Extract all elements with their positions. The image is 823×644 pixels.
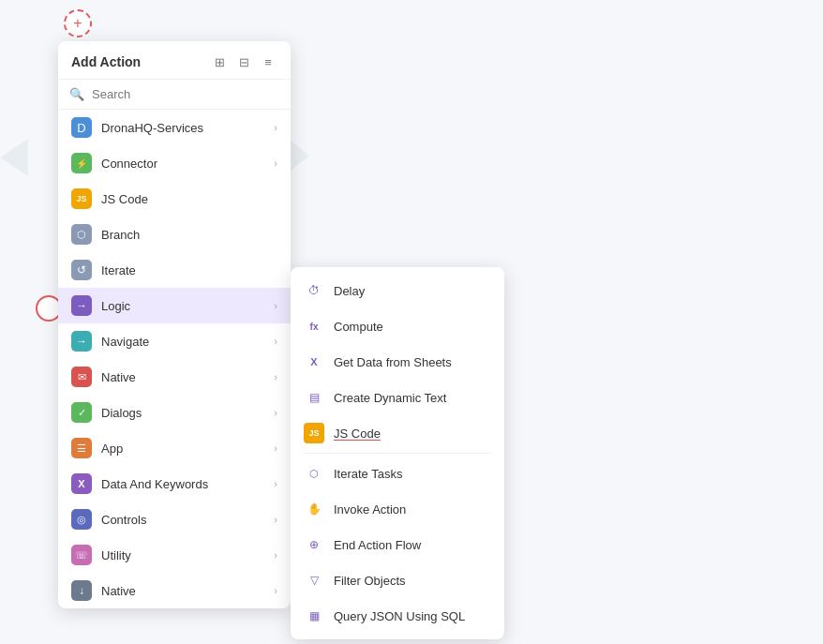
- dronhq-services-icon: D: [71, 117, 92, 138]
- dialogs-icon: ✓: [71, 402, 92, 423]
- sub-item-label: Iterate Tasks: [334, 467, 402, 481]
- sub-item-label: Create Dynamic Text: [334, 391, 446, 405]
- menu-item-iterate[interactable]: ↺ Iterate: [58, 252, 291, 288]
- menu-item-native-2[interactable]: ↓ Native ›: [58, 573, 291, 608]
- sub-item-label: Compute: [334, 320, 383, 334]
- end-action-flow-icon: ⊕: [304, 534, 324, 555]
- menu-item-navigate[interactable]: → Navigate ›: [58, 323, 291, 359]
- controls-icon: ◎: [71, 509, 92, 530]
- header-icons-group: ⊞ ⊟ ≡: [210, 52, 277, 71]
- chevron-icon: ›: [274, 336, 277, 347]
- sub-item-get-data-sheets[interactable]: X Get Data from Sheets: [291, 344, 504, 380]
- menu-item-label: Data And Keywords: [101, 477, 264, 491]
- menu-item-native-1[interactable]: ✉ Native ›: [58, 359, 291, 395]
- get-data-sheets-icon: X: [304, 352, 324, 372]
- sub-item-create-dynamic-text[interactable]: ▤ Create Dynamic Text: [291, 380, 504, 415]
- grid-view-icon[interactable]: ⊞: [210, 52, 229, 71]
- chevron-icon: ›: [274, 407, 277, 418]
- chevron-icon: ›: [274, 585, 277, 596]
- branch-icon: ⬡: [71, 224, 92, 245]
- chevron-icon: ›: [274, 514, 277, 525]
- chevron-icon: ›: [274, 442, 277, 454]
- connector-icon: ⚡: [71, 153, 92, 173]
- layout-view-icon[interactable]: ⊟: [234, 52, 253, 71]
- chevron-icon: ›: [274, 300, 277, 311]
- add-action-plus-button[interactable]: +: [64, 9, 92, 37]
- menu-item-app[interactable]: ☰ App ›: [58, 430, 291, 466]
- menu-item-data-keywords[interactable]: X Data And Keywords ›: [58, 466, 291, 502]
- sub-item-label: End Action Flow: [334, 538, 421, 552]
- search-box: 🔍: [58, 80, 291, 110]
- sub-item-label: Invoke Action: [334, 502, 406, 517]
- native1-icon: ✉: [71, 367, 92, 387]
- panel-title: Add Action: [71, 54, 141, 69]
- create-dynamic-text-icon: ▤: [304, 387, 324, 408]
- search-icon: 🔍: [69, 87, 84, 101]
- invoke-action-icon: ✋: [304, 499, 324, 519]
- sub-item-end-action-flow[interactable]: ⊕ End Action Flow: [291, 527, 504, 562]
- menu-item-label: Native: [101, 584, 264, 598]
- menu-item-label: Iterate: [101, 263, 277, 277]
- chevron-icon: ›: [274, 371, 277, 382]
- sub-item-compute[interactable]: fx Compute: [291, 308, 504, 344]
- sub-item-label: JS Code: [334, 427, 381, 441]
- menu-item-js-code[interactable]: JS JS Code: [58, 181, 291, 217]
- logic-icon: →: [71, 295, 92, 316]
- sub-item-label: Filter Objects: [334, 574, 406, 588]
- menu-item-label: Branch: [101, 228, 277, 242]
- chevron-icon: ›: [274, 478, 277, 489]
- menu-item-logic[interactable]: → Logic ›: [58, 288, 291, 323]
- list-view-icon[interactable]: ≡: [259, 52, 277, 71]
- menu-item-utility[interactable]: ☏ Utility ›: [58, 537, 291, 573]
- sub-item-filter-objects[interactable]: ▽ Filter Objects: [291, 562, 504, 598]
- menu-item-label: Logic: [101, 299, 264, 313]
- filter-objects-icon: ▽: [304, 570, 324, 591]
- menu-item-label: JS Code: [101, 192, 277, 206]
- sub-item-js-code[interactable]: JS JS Code: [291, 415, 504, 451]
- panel-header: Add Action ⊞ ⊟ ≡: [58, 41, 291, 80]
- compute-icon: fx: [304, 316, 324, 337]
- menu-item-connector[interactable]: ⚡ Connector ›: [58, 145, 291, 181]
- menu-item-dialogs[interactable]: ✓ Dialogs ›: [58, 395, 291, 430]
- add-action-panel: Add Action ⊞ ⊟ ≡ 🔍 D DronaHQ-Services › …: [58, 41, 291, 608]
- native2-icon: ↓: [71, 580, 92, 601]
- chevron-icon: ›: [274, 122, 277, 133]
- menu-item-label: App: [101, 442, 264, 456]
- iterate-icon: ↺: [71, 260, 92, 280]
- logic-sub-panel: ⏱ Delay fx Compute X Get Data from Sheet…: [291, 267, 504, 639]
- sub-panel-divider: [304, 453, 491, 454]
- menu-item-label: Controls: [101, 513, 264, 527]
- sub-item-invoke-action[interactable]: ✋ Invoke Action: [291, 491, 504, 527]
- chevron-icon: ›: [274, 549, 277, 561]
- sub-item-iterate-tasks[interactable]: ⬡ Iterate Tasks: [291, 456, 504, 491]
- menu-item-branch[interactable]: ⬡ Branch: [58, 217, 291, 252]
- menu-item-label: Navigate: [101, 335, 264, 349]
- plus-icon: +: [73, 15, 82, 32]
- menu-item-label: DronaHQ-Services: [101, 121, 264, 135]
- sub-item-label: Delay: [334, 284, 365, 298]
- sub-item-delay[interactable]: ⏱ Delay: [291, 273, 504, 308]
- iterate-tasks-icon: ⬡: [304, 463, 324, 484]
- navigate-icon: →: [71, 331, 92, 352]
- js-code-icon: JS: [71, 188, 92, 209]
- utility-icon: ☏: [71, 545, 92, 565]
- sub-item-label: Get Data from Sheets: [334, 355, 452, 369]
- menu-item-controls[interactable]: ◎ Controls ›: [58, 502, 291, 537]
- sub-item-query-json-sql[interactable]: ▦ Query JSON Using SQL: [291, 598, 504, 634]
- app-icon: ☰: [71, 438, 92, 458]
- chevron-icon: ›: [274, 157, 277, 169]
- delay-icon: ⏱: [304, 280, 324, 301]
- menu-item-label: Connector: [101, 157, 264, 171]
- menu-item-label: Dialogs: [101, 406, 264, 420]
- sub-item-label: Query JSON Using SQL: [334, 609, 465, 623]
- menu-item-label: Native: [101, 370, 264, 384]
- sub-js-code-icon: JS: [304, 423, 324, 443]
- menu-item-dronhq-services[interactable]: D DronaHQ-Services ›: [58, 110, 291, 145]
- search-input[interactable]: [92, 87, 279, 101]
- query-json-sql-icon: ▦: [304, 606, 324, 626]
- data-keywords-icon: X: [71, 473, 92, 494]
- menu-item-label: Utility: [101, 548, 264, 562]
